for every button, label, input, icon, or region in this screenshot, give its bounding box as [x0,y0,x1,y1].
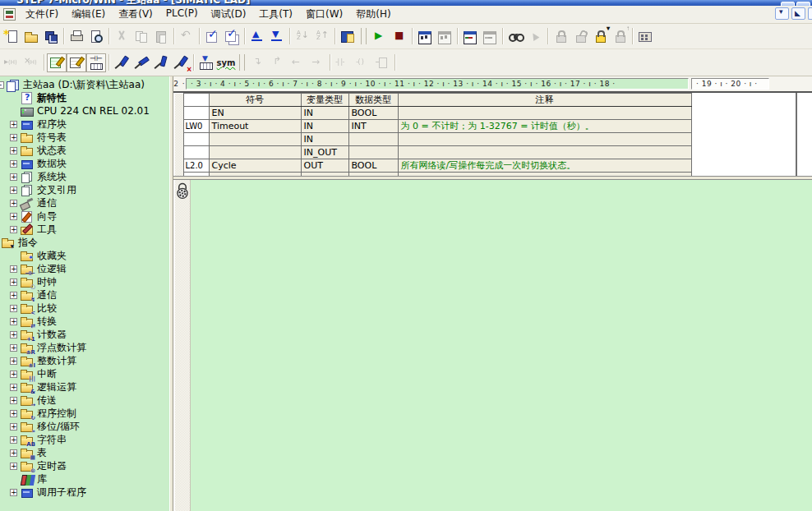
symbol-cell[interactable]: Cycle [209,159,301,173]
comment-cell[interactable] [398,173,691,177]
undo-button[interactable] [177,27,196,46]
symbol-cell[interactable]: EN [209,107,301,120]
insert-contact-button[interactable] [333,53,353,72]
menu-item-5[interactable]: 调试(D) [205,5,253,24]
expand-icon[interactable]: + [10,279,17,286]
expand-icon[interactable]: + [10,410,17,417]
app-icon[interactable] [3,8,16,21]
menu-item-8[interactable]: 帮助(H) [349,5,397,24]
save-all-button[interactable] [41,27,61,46]
tree-item[interactable]: ++1计数器 [0,328,169,341]
insert-network-button[interactable] [2,53,21,72]
padlock-remove-button[interactable]: ↑ [610,27,630,46]
tree-item[interactable]: +AB字符串 [0,433,169,446]
cursor-right-button[interactable] [307,53,327,72]
tree-item[interactable]: +○时钟 [0,275,169,288]
download-button[interactable] [267,27,287,46]
tree-item[interactable]: +程序块 [0,117,169,131]
expand-icon[interactable]: + [10,357,17,365]
padlock-open-button[interactable] [570,27,590,46]
data-type-cell[interactable]: BOOL [348,107,398,120]
tree-item[interactable]: +↻程序控制 [0,407,169,420]
tree-item[interactable]: +系统块 [0,170,169,183]
toggle-pou-comments-button[interactable] [47,53,67,72]
expand-icon[interactable]: + [10,292,17,299]
expand-icon[interactable]: + [10,200,17,207]
expand-icon[interactable]: + [10,265,17,273]
expand-icon[interactable]: + [10,397,17,404]
tree-item[interactable]: 库 [0,472,169,486]
print-button[interactable] [67,27,86,46]
expand-icon[interactable]: + [10,436,17,444]
child-minimize-button[interactable] [775,7,789,20]
comment-cell[interactable]: 所有网络读/写操作每完成一次时切换状态。 [398,159,691,173]
expand-icon[interactable]: + [10,371,17,378]
tree-item[interactable]: +»移位/循环 [0,420,169,433]
new-project-button[interactable] [2,27,21,46]
tree-item[interactable]: +±I整数计算 [0,354,169,367]
comment-cell[interactable] [398,133,691,146]
menu-item-2[interactable]: 编辑(E) [65,5,112,24]
compile-button[interactable] [202,27,222,46]
tree-item[interactable]: +数据块 [0,157,169,170]
toolbar-gripper[interactable] [239,54,245,71]
sort-descending-button[interactable] [312,27,332,46]
symbol-cell[interactable] [209,146,301,159]
toggle-symbol-info-button[interactable] [86,53,106,72]
tree-item[interactable]: +±R浮点数计算 [0,341,169,354]
options-button[interactable] [338,27,358,46]
cursor-left-button[interactable] [288,53,307,72]
expand-icon[interactable]: + [10,134,17,141]
addr-cell[interactable]: LW0 [183,120,209,133]
open-project-button[interactable] [21,27,41,46]
data-type-cell[interactable] [348,146,398,159]
program-status-pause-button[interactable] [435,27,454,46]
chart-status-button[interactable] [460,27,480,46]
delete-network-button[interactable] [21,53,41,72]
comment-cell[interactable]: 为 0 = 不计时；为 1-32767 = 计时值（秒）。 [398,120,691,133]
symbol-cell[interactable]: Timeout [209,120,301,133]
tree-item[interactable]: +状态表 [0,144,169,157]
expand-icon[interactable]: + [10,213,17,220]
tree-item[interactable]: +▦表 [0,446,169,459]
copy-button[interactable] [131,27,151,46]
comment-cell[interactable] [398,146,691,159]
symbol-cell[interactable] [209,173,301,177]
var-type-cell[interactable]: IN_OUT [301,146,348,159]
tree-item[interactable]: +|||中断 [0,367,169,380]
var-type-cell[interactable]: OUT [301,159,348,173]
chart-status-pause-button[interactable] [480,27,500,46]
tree-item[interactable]: +工具 [0,223,169,236]
var-type-cell[interactable]: IN [301,107,348,120]
stop-mode-button[interactable] [390,27,409,46]
program-status-button[interactable] [415,27,435,46]
ladder-line-left-button[interactable] [151,53,171,72]
expand-icon[interactable]: + [10,121,17,128]
cut-button[interactable] [112,27,131,46]
tree-item[interactable]: +⊣⊢位逻辑 [0,262,169,275]
comment-cell[interactable] [398,107,691,120]
print-preview-button[interactable] [86,27,106,46]
menu-item-6[interactable]: 工具(T) [252,5,299,24]
data-type-cell[interactable]: BOOL [348,159,398,173]
ladder-line-erase-button[interactable]: × [171,53,191,72]
compile-all-button[interactable] [222,27,242,46]
tree-item[interactable]: ▼指令 [0,236,169,249]
symbolic-addressing-button[interactable] [505,27,525,46]
tree-item[interactable]: 新特性 [0,91,169,104]
ladder-line-down-button[interactable] [131,53,151,72]
cursor-down-button[interactable] [248,53,268,72]
addr-cell[interactable] [183,173,209,177]
expand-icon[interactable]: + [10,384,17,391]
expand-icon[interactable]: + [10,423,17,430]
tree-item[interactable]: +&逻辑运算 [0,380,169,394]
menu-item-1[interactable]: 文件(F) [19,5,65,24]
addr-cell[interactable] [183,146,209,159]
pointer-select-button[interactable] [525,27,545,46]
address-symbol-table-button[interactable] [196,53,216,72]
toggle-network-comments-button[interactable] [67,53,86,72]
insert-box-button[interactable] [372,53,392,72]
tree-item[interactable]: +调用子程序 [0,486,169,499]
expand-icon[interactable]: + [10,305,17,312]
expand-icon[interactable]: + [10,186,17,194]
